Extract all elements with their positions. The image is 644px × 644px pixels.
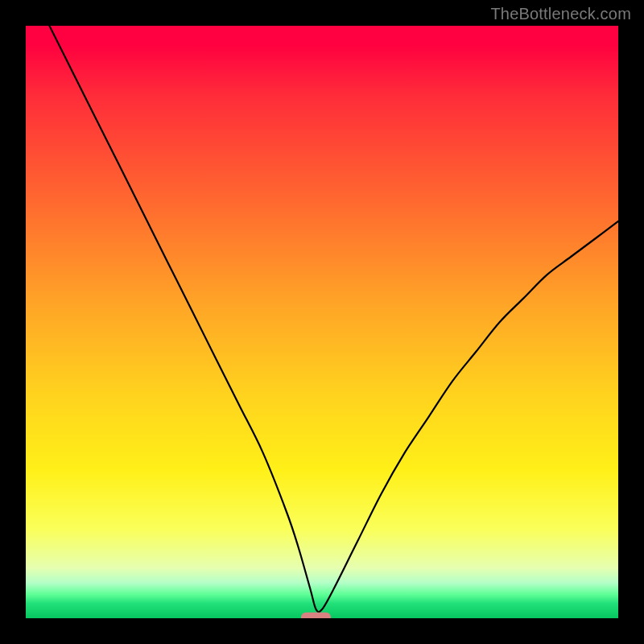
bottleneck-curve	[49, 26, 618, 612]
optimum-marker	[301, 612, 331, 618]
chart-stage: TheBottleneck.com	[0, 0, 644, 644]
bottleneck-curve-svg	[26, 26, 618, 618]
watermark-text: TheBottleneck.com	[490, 5, 631, 23]
plot-area	[26, 26, 618, 618]
